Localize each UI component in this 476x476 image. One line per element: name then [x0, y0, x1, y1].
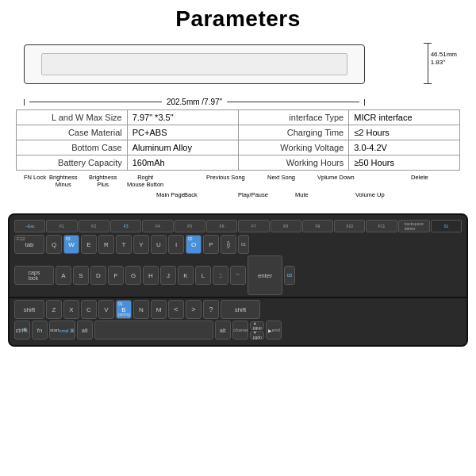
keyboard-body: ~Esc F1 F2 F3 F4 F5 F6 F7 F8 F9 F10 F11 … [8, 213, 468, 347]
key-t[interactable]: T [116, 235, 132, 254]
key-r[interactable]: R [98, 235, 114, 254]
param-left-value: Aluminum Alloy [127, 140, 238, 155]
key-space[interactable] [94, 321, 213, 340]
back-label: Back [184, 191, 198, 198]
key-shift-right[interactable]: shift [221, 300, 260, 319]
next-song-label: Next Song [267, 174, 295, 181]
diagram-section: 46.51mm1.83" 202.5mm /7.97" [16, 36, 460, 108]
delete-label: Delete [411, 174, 428, 181]
table-row: Battery Capacity 160mAh Working Hours ≥5… [17, 155, 460, 171]
table-row: Case Material PC+ABS Charging Time ≤2 Ho… [17, 125, 460, 140]
key-f10[interactable]: F10 [334, 220, 365, 232]
keyboard-top-view [24, 44, 365, 84]
key-side-01[interactable]: 01 [238, 235, 249, 254]
key-f2[interactable]: F2 [79, 220, 109, 232]
fn-row: ~Esc F1 F2 F3 F4 F5 F6 F7 F8 F9 F10 F11 … [14, 219, 462, 233]
key-f7[interactable]: F7 [238, 220, 269, 232]
key-f3[interactable]: F3 [110, 220, 141, 232]
page-title: Parameters [0, 0, 476, 36]
row-tab: tabF12 Q 03W E R T Y U I 02O P {[ 01 [14, 235, 462, 254]
param-left-value: 160mAh [127, 155, 238, 171]
key-f[interactable]: F [108, 266, 124, 285]
row-ctrl: ctrl🔍 fn startcmd ⌘ alt alt ⌂home ▲pgup … [14, 321, 462, 340]
key-fn[interactable]: fn [32, 321, 48, 340]
key-bracket-open[interactable]: {[ [221, 235, 236, 254]
key-quote[interactable]: " ' [230, 266, 246, 285]
key-f5[interactable]: F5 [175, 220, 205, 232]
key-j[interactable]: J [160, 266, 176, 285]
fn-lock-label: FN Lock [24, 174, 46, 181]
key-y[interactable]: Y [133, 235, 149, 254]
table-row: L and W Max Size 7.97" *3.5" interface T… [17, 110, 460, 125]
key-u[interactable]: U [151, 235, 167, 254]
table-row: Bottom Case Aluminum Alloy Working Volta… [17, 140, 460, 155]
key-pgdn[interactable]: ▼pgdn [250, 331, 264, 340]
key-f4[interactable]: F4 [142, 220, 173, 232]
previous-song-label: Previous Song [206, 174, 245, 181]
key-semicolon[interactable]: :; [213, 266, 228, 285]
main-page-label: Main Page [156, 191, 185, 198]
key-tilde[interactable]: ~Esc [14, 220, 45, 232]
key-s[interactable]: S [73, 266, 89, 285]
param-left-value: PC+ABS [127, 125, 238, 140]
param-left-value: 7.97" *3.5" [127, 110, 238, 125]
param-right-value: ≤2 Hours [349, 125, 460, 140]
key-f1[interactable]: F1 [46, 220, 77, 232]
param-left-label: Battery Capacity [17, 155, 128, 171]
key-c[interactable]: C [81, 300, 97, 319]
key-k[interactable]: K [178, 266, 194, 285]
brightness-minus-label: BrightnessMinus [49, 174, 77, 188]
key-ctrl[interactable]: ctrl🔍 [14, 321, 30, 340]
key-h[interactable]: H [143, 266, 159, 285]
params-table: L and W Max Size 7.97" *3.5" interface T… [16, 109, 460, 171]
right-mouse-label: RoghtMouse Button [127, 174, 163, 188]
param-right-label: Charging Time [238, 125, 349, 140]
key-n[interactable]: N [133, 300, 149, 319]
dim-right-label: 46.51mm1.83" [431, 51, 457, 67]
key-b[interactable]: 01pairingB [116, 300, 132, 319]
key-q[interactable]: Q [46, 235, 62, 254]
key-slash[interactable]: ? [203, 300, 219, 319]
key-f8[interactable]: F8 [271, 220, 301, 232]
key-pgup-pgdn: ▲pgup ▼pgdn [250, 321, 264, 340]
key-o[interactable]: 02O [186, 235, 202, 254]
key-g[interactable]: G [125, 266, 141, 285]
key-lt[interactable]: < [168, 300, 184, 319]
key-01[interactable]: 01 [431, 220, 462, 232]
param-right-value: ≥50 Hours [349, 155, 460, 171]
key-f11[interactable]: F11 [366, 220, 397, 232]
param-right-value: MICR interface [349, 110, 460, 125]
key-f6[interactable]: F6 [206, 220, 237, 232]
keyboard-top-inner [41, 53, 347, 76]
key-side-02[interactable]: 02 [284, 266, 295, 285]
key-alt-left[interactable]: alt [77, 321, 93, 340]
key-enter[interactable]: enter [248, 255, 282, 295]
key-a[interactable]: A [56, 266, 71, 285]
key-shift-left[interactable]: shift [14, 300, 44, 319]
key-i[interactable]: I [168, 235, 184, 254]
key-f9[interactable]: F9 [302, 220, 333, 232]
key-home[interactable]: ⌂home [232, 321, 249, 340]
key-m[interactable]: M [151, 300, 167, 319]
key-e[interactable]: E [81, 235, 97, 254]
key-alt-right[interactable]: alt [215, 321, 231, 340]
key-gt[interactable]: > [186, 300, 202, 319]
keyboard-connector [10, 297, 466, 298]
key-pgup[interactable]: ▲pgup [250, 321, 264, 330]
key-z[interactable]: Z [46, 300, 62, 319]
param-right-label: interface Type [238, 110, 349, 125]
key-end[interactable]: ▶end [266, 321, 282, 340]
key-backspace[interactable]: backspacedelete [398, 220, 430, 232]
param-left-label: L and W Max Size [17, 110, 128, 125]
key-v[interactable]: V [98, 300, 114, 319]
dim-bottom: 202.5mm /7.97" [24, 98, 365, 106]
key-w[interactable]: 03W [63, 235, 79, 254]
key-l[interactable]: L [195, 266, 211, 285]
key-p[interactable]: P [203, 235, 219, 254]
key-d[interactable]: D [90, 266, 106, 285]
key-tab[interactable]: tabF12 [14, 235, 44, 254]
key-start-cmd[interactable]: startcmd ⌘ [49, 321, 75, 340]
key-x[interactable]: X [63, 300, 79, 319]
param-right-label: Working Hours [238, 155, 349, 171]
key-caps[interactable]: capslock [14, 266, 54, 285]
